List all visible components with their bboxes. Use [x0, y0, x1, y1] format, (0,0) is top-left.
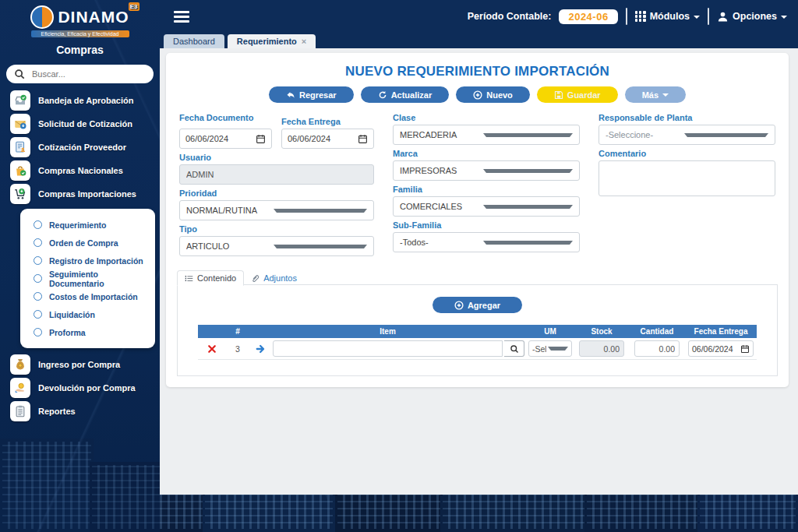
- tab-requerimiento[interactable]: Requerimiento ×: [228, 34, 316, 48]
- logo-text: DINAMO: [58, 8, 129, 26]
- fecha-documento-input[interactable]: 06/06/2024: [179, 129, 272, 149]
- plus-circle-icon: [454, 301, 464, 310]
- save-icon: [554, 90, 563, 100]
- field-label: Prioridad: [179, 188, 374, 198]
- submenu-item-costos-importacion[interactable]: Costos de Importación: [20, 287, 155, 305]
- radio-bullet-icon: [34, 274, 42, 283]
- caret-down-icon: [662, 93, 669, 97]
- row-number: 3: [226, 338, 249, 360]
- plus-circle-icon: [473, 90, 482, 100]
- close-icon[interactable]: ×: [302, 37, 306, 46]
- refresh-button[interactable]: Actualizar: [361, 86, 450, 103]
- marca-select[interactable]: IMPRESORAS: [393, 160, 580, 181]
- approval-tray-icon: [10, 90, 30, 111]
- chevron-down-icon: [274, 209, 367, 213]
- chevron-down-icon: [274, 245, 367, 248]
- app-logo: DINAMO E3 Eficiencia, Eficacia y Efectiv…: [0, 5, 160, 37]
- new-button[interactable]: Nuevo: [456, 86, 530, 103]
- tipo-select[interactable]: ARTICULO: [179, 236, 374, 256]
- tab-strip: Dashboard Requerimiento ×: [160, 33, 798, 48]
- more-button[interactable]: Más: [625, 86, 686, 103]
- toolbar: Regresar Actualizar Nuevo: [177, 86, 778, 103]
- sidebar-item-reportes[interactable]: Reportes: [0, 400, 160, 423]
- clase-select[interactable]: MERCADERIA: [393, 125, 580, 145]
- period-label: Período Contable:: [468, 11, 552, 22]
- calendar-icon: [740, 344, 750, 354]
- modules-menu[interactable]: Módulos: [635, 11, 700, 22]
- back-icon: [286, 90, 295, 100]
- field-label: Familia: [393, 185, 580, 194]
- field-label: Fecha Documento: [179, 113, 272, 126]
- field-label: Tipo: [179, 224, 374, 234]
- submenu-item-seguimiento-documentario[interactable]: Seguimiento Documentario: [20, 270, 155, 287]
- search-input[interactable]: [30, 69, 146, 79]
- item-search-input[interactable]: [273, 340, 503, 357]
- contenido-panel: Agregar # Item UM Stock Cantidad Fecha E…: [177, 284, 778, 376]
- sidebar-search[interactable]: [6, 65, 154, 83]
- menu-icon[interactable]: [174, 9, 189, 25]
- user-icon: [717, 11, 729, 23]
- grid-icon: [635, 11, 646, 22]
- back-button[interactable]: Regresar: [269, 86, 354, 103]
- sidebar-item-devolucion-por-compra[interactable]: Devolución por Compra: [0, 376, 160, 400]
- comentario-textarea[interactable]: [598, 160, 775, 196]
- arrow-right-icon[interactable]: [256, 344, 267, 354]
- import-purchases-icon: [10, 184, 30, 204]
- purchase-return-icon: [10, 378, 30, 398]
- sidebar-item-compras-importaciones[interactable]: Compras Importaciones: [0, 182, 160, 206]
- tab-adjuntos[interactable]: Adjuntos: [244, 271, 304, 285]
- col-header-delete: [198, 325, 226, 338]
- cantidad-input[interactable]: [634, 340, 680, 357]
- submenu-item-proforma[interactable]: Proforma: [20, 323, 155, 341]
- quote-request-icon: [10, 114, 30, 134]
- radio-bullet-icon: [34, 292, 42, 301]
- radio-bullet-icon: [34, 310, 42, 319]
- field-label: Responsable de Planta: [598, 113, 775, 122]
- options-menu[interactable]: Opciones: [717, 11, 787, 23]
- list-icon: [185, 274, 193, 283]
- purchase-entry-icon: [10, 354, 30, 375]
- responsable-select[interactable]: -Seleccione-: [598, 125, 775, 145]
- submenu-item-registro-importacion[interactable]: Registro de Importación: [20, 252, 155, 270]
- import-purchases-submenu: Requerimiento Orden de Compra Registro d…: [20, 209, 155, 348]
- familia-select[interactable]: COMERCIALES: [393, 196, 580, 217]
- chevron-down-icon: [483, 241, 573, 245]
- calendar-icon: [358, 134, 368, 144]
- fecha-entrega-input[interactable]: 06/06/2024: [281, 129, 374, 149]
- radio-bullet-icon: [34, 238, 42, 247]
- col-header-stock: Stock: [574, 325, 629, 338]
- sidebar-item-solicitud-cotizacion[interactable]: Solicitud de Cotización: [0, 112, 160, 136]
- period-value[interactable]: 2024-06: [559, 9, 617, 24]
- um-select[interactable]: -Seleccione-: [528, 340, 572, 357]
- sidebar-item-bandeja-aprobacion[interactable]: Bandeja de Aprobación: [0, 89, 160, 112]
- calendar-icon: [256, 134, 266, 144]
- submenu-item-liquidacion[interactable]: Liquidación: [20, 305, 155, 323]
- add-item-button[interactable]: Agregar: [433, 297, 522, 313]
- prioridad-select[interactable]: NORMAL/RUTINA: [179, 200, 374, 220]
- module-title: Compras: [0, 44, 160, 56]
- logo-badge: E3: [129, 2, 139, 11]
- items-table: # Item UM Stock Cantidad Fecha Entrega: [198, 325, 757, 360]
- save-button[interactable]: Guardar: [537, 86, 618, 103]
- row-fecha-entrega-input[interactable]: 06/06/2024: [688, 340, 754, 357]
- sidebar-item-compras-nacionales[interactable]: Compras Nacionales: [0, 159, 160, 182]
- col-header-um: UM: [526, 325, 574, 338]
- sub-familia-select[interactable]: -Todos-: [393, 232, 580, 252]
- stock-input: [579, 340, 624, 357]
- tab-dashboard[interactable]: Dashboard: [164, 34, 224, 48]
- item-lookup-button[interactable]: [504, 340, 524, 357]
- delete-icon[interactable]: [207, 344, 217, 354]
- main-content: NUEVO REQUERIMIENTO IMPORTACIÓN Regresar…: [160, 48, 798, 495]
- submenu-item-orden-de-compra[interactable]: Orden de Compra: [20, 234, 155, 252]
- logo-icon: [30, 5, 54, 29]
- sidebar-item-cotizacion-proveedor[interactable]: Cotización Proveedor: [0, 136, 160, 159]
- supplier-quote-icon: [10, 137, 30, 157]
- caret-down-icon: [694, 16, 700, 19]
- divider: [708, 8, 709, 25]
- sidebar-item-ingreso-por-compra[interactable]: Ingreso por Compra: [0, 353, 160, 376]
- col-header-item: Item: [249, 325, 526, 338]
- tab-contenido[interactable]: Contenido: [177, 270, 244, 286]
- submenu-item-requerimiento[interactable]: Requerimiento: [20, 216, 155, 234]
- field-label: Sub-Familia: [393, 220, 580, 230]
- table-row-delete: [198, 338, 226, 360]
